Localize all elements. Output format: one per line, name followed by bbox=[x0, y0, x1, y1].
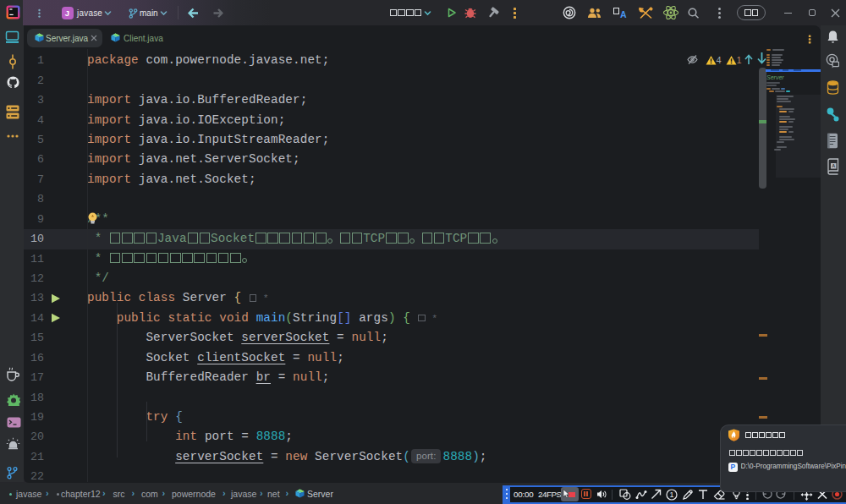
svg-text:1: 1 bbox=[669, 490, 673, 499]
svg-text:Server: Server bbox=[766, 74, 784, 80]
svg-text:A: A bbox=[832, 163, 835, 168]
